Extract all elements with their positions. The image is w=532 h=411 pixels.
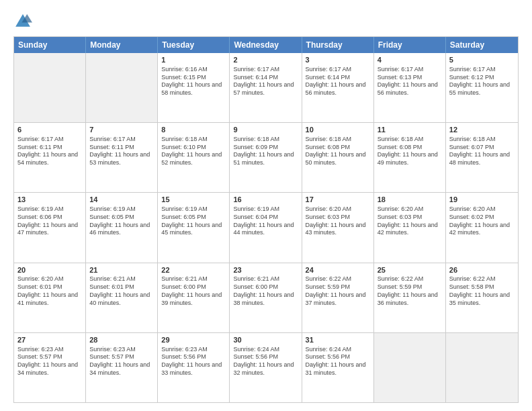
- day-info: Sunrise: 6:22 AM Sunset: 5:59 PM Dayligh…: [306, 275, 370, 307]
- calendar-week-3: 13Sunrise: 6:19 AM Sunset: 6:06 PM Dayli…: [14, 192, 518, 262]
- calendar-day-10: 10Sunrise: 6:18 AM Sunset: 6:08 PM Dayli…: [302, 123, 374, 192]
- day-number: 30: [233, 335, 298, 345]
- calendar-day-12: 12Sunrise: 6:18 AM Sunset: 6:07 PM Dayli…: [446, 123, 518, 192]
- day-info: Sunrise: 6:19 AM Sunset: 6:05 PM Dayligh…: [161, 205, 226, 237]
- day-number: 29: [161, 335, 226, 345]
- day-number: 23: [233, 265, 298, 275]
- day-info: Sunrise: 6:21 AM Sunset: 6:00 PM Dayligh…: [233, 275, 298, 307]
- day-number: 9: [233, 125, 298, 135]
- day-number: 21: [89, 265, 154, 275]
- day-info: Sunrise: 6:16 AM Sunset: 6:15 PM Dayligh…: [161, 66, 226, 97]
- day-number: 16: [233, 195, 298, 205]
- day-number: 27: [17, 335, 82, 345]
- calendar-week-4: 20Sunrise: 6:20 AM Sunset: 6:01 PM Dayli…: [14, 263, 518, 332]
- day-info: Sunrise: 6:17 AM Sunset: 6:13 PM Dayligh…: [378, 66, 442, 97]
- calendar-day-29: 29Sunrise: 6:23 AM Sunset: 5:56 PM Dayli…: [158, 333, 230, 402]
- day-number: 18: [378, 195, 442, 205]
- day-number: 28: [89, 335, 154, 345]
- header-day-monday: Monday: [86, 37, 158, 53]
- day-info: Sunrise: 6:24 AM Sunset: 5:56 PM Dayligh…: [233, 346, 298, 377]
- day-info: Sunrise: 6:22 AM Sunset: 5:59 PM Dayligh…: [378, 275, 442, 307]
- day-info: Sunrise: 6:17 AM Sunset: 6:14 PM Dayligh…: [233, 66, 298, 97]
- calendar-header: SundayMondayTuesdayWednesdayThursdayFrid…: [14, 37, 518, 53]
- header-day-friday: Friday: [374, 37, 446, 53]
- calendar-day-20: 20Sunrise: 6:20 AM Sunset: 6:01 PM Dayli…: [14, 263, 86, 332]
- day-number: 7: [89, 125, 154, 135]
- day-info: Sunrise: 6:20 AM Sunset: 6:01 PM Dayligh…: [17, 275, 82, 307]
- calendar-day-1: 1Sunrise: 6:16 AM Sunset: 6:15 PM Daylig…: [158, 53, 230, 122]
- calendar-day-6: 6Sunrise: 6:17 AM Sunset: 6:11 PM Daylig…: [14, 123, 86, 192]
- page: SundayMondayTuesdayWednesdayThursdayFrid…: [0, 0, 532, 411]
- day-number: 22: [161, 265, 226, 275]
- day-info: Sunrise: 6:21 AM Sunset: 6:01 PM Dayligh…: [89, 275, 154, 307]
- calendar-day-23: 23Sunrise: 6:21 AM Sunset: 6:00 PM Dayli…: [230, 263, 302, 332]
- day-number: 26: [449, 265, 515, 275]
- calendar-empty: [86, 53, 158, 122]
- day-info: Sunrise: 6:18 AM Sunset: 6:10 PM Dayligh…: [161, 136, 226, 167]
- day-info: Sunrise: 6:18 AM Sunset: 6:08 PM Dayligh…: [378, 136, 442, 167]
- calendar-week-5: 27Sunrise: 6:23 AM Sunset: 5:57 PM Dayli…: [14, 332, 518, 402]
- day-number: 12: [449, 125, 515, 135]
- calendar-body: 1Sunrise: 6:16 AM Sunset: 6:15 PM Daylig…: [14, 53, 518, 402]
- calendar-week-1: 1Sunrise: 6:16 AM Sunset: 6:15 PM Daylig…: [14, 53, 518, 122]
- calendar-day-15: 15Sunrise: 6:19 AM Sunset: 6:05 PM Dayli…: [158, 193, 230, 262]
- calendar-day-2: 2Sunrise: 6:17 AM Sunset: 6:14 PM Daylig…: [230, 53, 302, 122]
- calendar-day-30: 30Sunrise: 6:24 AM Sunset: 5:56 PM Dayli…: [230, 333, 302, 402]
- logo: [13, 12, 35, 31]
- day-info: Sunrise: 6:19 AM Sunset: 6:04 PM Dayligh…: [233, 205, 298, 237]
- header-day-sunday: Sunday: [14, 37, 86, 53]
- calendar-day-22: 22Sunrise: 6:21 AM Sunset: 6:00 PM Dayli…: [158, 263, 230, 332]
- day-info: Sunrise: 6:20 AM Sunset: 6:03 PM Dayligh…: [306, 205, 370, 237]
- calendar: SundayMondayTuesdayWednesdayThursdayFrid…: [13, 36, 519, 403]
- calendar-week-2: 6Sunrise: 6:17 AM Sunset: 6:11 PM Daylig…: [14, 122, 518, 192]
- logo-icon: [13, 12, 32, 31]
- calendar-day-17: 17Sunrise: 6:20 AM Sunset: 6:03 PM Dayli…: [302, 193, 374, 262]
- header-day-thursday: Thursday: [302, 37, 374, 53]
- day-number: 20: [17, 265, 82, 275]
- calendar-day-18: 18Sunrise: 6:20 AM Sunset: 6:03 PM Dayli…: [374, 193, 446, 262]
- day-info: Sunrise: 6:22 AM Sunset: 5:58 PM Dayligh…: [449, 275, 515, 307]
- calendar-day-4: 4Sunrise: 6:17 AM Sunset: 6:13 PM Daylig…: [374, 53, 446, 122]
- day-number: 19: [449, 195, 515, 205]
- calendar-day-24: 24Sunrise: 6:22 AM Sunset: 5:59 PM Dayli…: [302, 263, 374, 332]
- day-number: 14: [89, 195, 154, 205]
- calendar-day-8: 8Sunrise: 6:18 AM Sunset: 6:10 PM Daylig…: [158, 123, 230, 192]
- day-info: Sunrise: 6:19 AM Sunset: 6:06 PM Dayligh…: [17, 205, 82, 237]
- day-number: 8: [161, 125, 226, 135]
- day-info: Sunrise: 6:18 AM Sunset: 6:09 PM Dayligh…: [233, 136, 298, 167]
- day-number: 11: [378, 125, 442, 135]
- day-number: 1: [161, 55, 226, 65]
- day-info: Sunrise: 6:18 AM Sunset: 6:07 PM Dayligh…: [449, 136, 515, 167]
- calendar-day-3: 3Sunrise: 6:17 AM Sunset: 6:14 PM Daylig…: [302, 53, 374, 122]
- day-number: 6: [17, 125, 82, 135]
- calendar-day-27: 27Sunrise: 6:23 AM Sunset: 5:57 PM Dayli…: [14, 333, 86, 402]
- day-info: Sunrise: 6:20 AM Sunset: 6:03 PM Dayligh…: [378, 205, 442, 237]
- calendar-day-28: 28Sunrise: 6:23 AM Sunset: 5:57 PM Dayli…: [86, 333, 158, 402]
- day-number: 2: [233, 55, 298, 65]
- calendar-day-16: 16Sunrise: 6:19 AM Sunset: 6:04 PM Dayli…: [230, 193, 302, 262]
- calendar-day-5: 5Sunrise: 6:17 AM Sunset: 6:12 PM Daylig…: [446, 53, 518, 122]
- calendar-day-25: 25Sunrise: 6:22 AM Sunset: 5:59 PM Dayli…: [374, 263, 446, 332]
- calendar-day-11: 11Sunrise: 6:18 AM Sunset: 6:08 PM Dayli…: [374, 123, 446, 192]
- calendar-day-7: 7Sunrise: 6:17 AM Sunset: 6:11 PM Daylig…: [86, 123, 158, 192]
- calendar-day-14: 14Sunrise: 6:19 AM Sunset: 6:05 PM Dayli…: [86, 193, 158, 262]
- header-day-tuesday: Tuesday: [158, 37, 230, 53]
- day-info: Sunrise: 6:23 AM Sunset: 5:57 PM Dayligh…: [17, 346, 82, 377]
- day-info: Sunrise: 6:17 AM Sunset: 6:11 PM Dayligh…: [17, 136, 82, 167]
- day-number: 24: [306, 265, 370, 275]
- day-number: 31: [306, 335, 370, 345]
- calendar-day-19: 19Sunrise: 6:20 AM Sunset: 6:02 PM Dayli…: [446, 193, 518, 262]
- day-info: Sunrise: 6:17 AM Sunset: 6:11 PM Dayligh…: [89, 136, 154, 167]
- day-info: Sunrise: 6:17 AM Sunset: 6:14 PM Dayligh…: [306, 66, 370, 97]
- day-info: Sunrise: 6:23 AM Sunset: 5:57 PM Dayligh…: [89, 346, 154, 377]
- calendar-day-9: 9Sunrise: 6:18 AM Sunset: 6:09 PM Daylig…: [230, 123, 302, 192]
- calendar-day-31: 31Sunrise: 6:24 AM Sunset: 5:56 PM Dayli…: [302, 333, 374, 402]
- day-info: Sunrise: 6:20 AM Sunset: 6:02 PM Dayligh…: [449, 205, 515, 237]
- day-number: 13: [17, 195, 82, 205]
- day-number: 4: [378, 55, 442, 65]
- day-info: Sunrise: 6:18 AM Sunset: 6:08 PM Dayligh…: [306, 136, 370, 167]
- calendar-day-13: 13Sunrise: 6:19 AM Sunset: 6:06 PM Dayli…: [14, 193, 86, 262]
- day-number: 25: [378, 265, 442, 275]
- header-day-wednesday: Wednesday: [230, 37, 302, 53]
- day-info: Sunrise: 6:23 AM Sunset: 5:56 PM Dayligh…: [161, 346, 226, 377]
